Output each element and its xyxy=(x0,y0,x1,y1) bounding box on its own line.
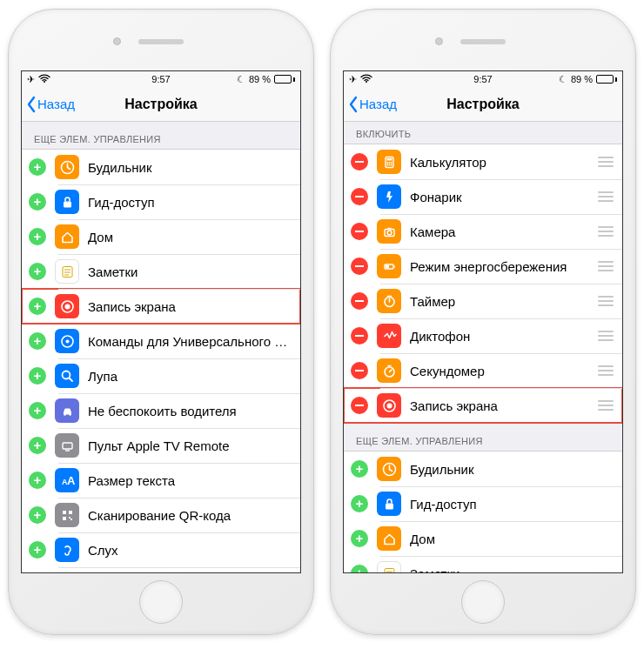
add-button[interactable] xyxy=(29,193,46,211)
control-row-text_size[interactable]: Размер текста xyxy=(22,463,300,498)
add-button[interactable] xyxy=(29,541,46,559)
control-row-calculator[interactable]: Калькулятор xyxy=(344,144,622,179)
drag-handle-icon[interactable] xyxy=(596,365,614,376)
camera-icon xyxy=(377,219,401,244)
control-row-guided[interactable]: Гид-доступ xyxy=(22,184,300,219)
control-row-flashlight[interactable]: Фонарик xyxy=(344,179,622,214)
row-label: Заметки xyxy=(88,264,292,279)
phone-camera xyxy=(435,37,443,45)
control-row-notes[interactable]: Заметки xyxy=(22,254,300,289)
drag-handle-icon[interactable] xyxy=(596,400,614,411)
home-button[interactable] xyxy=(139,580,183,624)
row-label: Лупа xyxy=(88,369,292,384)
timer-icon xyxy=(377,289,401,313)
status-time: 9:57 xyxy=(151,74,170,84)
phone-speaker xyxy=(460,39,506,44)
control-row-magnifier[interactable]: Лупа xyxy=(22,358,300,393)
list-more-right: БудильникГид-доступДомЗаметкиКоманды для… xyxy=(344,451,622,572)
dnd-moon-icon: ☾ xyxy=(559,74,567,85)
control-row-record[interactable]: Запись экрана xyxy=(344,388,622,423)
add-button[interactable] xyxy=(29,367,46,385)
chevron-left-icon xyxy=(25,96,37,113)
list-more-left: БудильникГид-доступДомЗаметкиЗапись экра… xyxy=(22,149,300,572)
control-row-stopwatch[interactable]: Секундомер xyxy=(344,353,622,388)
remove-button[interactable] xyxy=(351,327,368,345)
add-button[interactable] xyxy=(351,460,368,478)
add-button[interactable] xyxy=(29,332,46,350)
drag-handle-icon[interactable] xyxy=(596,261,614,271)
control-row-wallet[interactable]: Wallet xyxy=(22,567,300,572)
content-left[interactable]: ЕЩЕ ЭЛЕМ. УПРАВЛЕНИЯ БудильникГид-доступ… xyxy=(22,122,300,572)
back-button[interactable]: Назад xyxy=(347,96,397,113)
control-row-record[interactable]: Запись экрана xyxy=(22,289,300,324)
control-row-apple_tv[interactable]: Пульт Apple TV Remote xyxy=(22,428,300,463)
control-row-voice[interactable]: Диктофон xyxy=(344,318,622,353)
drag-handle-icon[interactable] xyxy=(596,157,614,167)
battery-icon xyxy=(274,75,295,84)
control-row-camera[interactable]: Камера xyxy=(344,214,622,249)
control-row-home[interactable]: Дом xyxy=(22,219,300,254)
control-row-guided[interactable]: Гид-доступ xyxy=(344,486,622,521)
add-button[interactable] xyxy=(29,298,46,315)
home-button[interactable] xyxy=(461,580,505,624)
row-label: Камера xyxy=(410,224,591,239)
drag-handle-icon[interactable] xyxy=(596,331,614,341)
control-row-hearing[interactable]: Слух xyxy=(22,532,300,567)
home-icon xyxy=(55,224,79,249)
add-button[interactable] xyxy=(351,565,368,572)
svg-point-46 xyxy=(366,81,367,83)
drag-handle-icon[interactable] xyxy=(596,191,614,202)
add-button[interactable] xyxy=(351,495,368,512)
add-button[interactable] xyxy=(29,437,46,454)
remove-button[interactable] xyxy=(351,258,368,275)
add-button[interactable] xyxy=(29,402,46,419)
control-row-home[interactable]: Дом xyxy=(344,521,622,556)
notes-icon xyxy=(377,561,401,572)
add-button[interactable] xyxy=(351,530,368,547)
remove-button[interactable] xyxy=(351,188,368,205)
back-button[interactable]: Назад xyxy=(25,96,75,113)
control-row-timer[interactable]: Таймер xyxy=(344,284,622,318)
guided-icon xyxy=(377,492,401,516)
wifi-icon xyxy=(38,74,50,84)
drag-handle-icon[interactable] xyxy=(596,296,614,306)
row-label: Секундомер xyxy=(410,364,591,378)
remove-button[interactable] xyxy=(351,153,368,171)
row-label: Будильник xyxy=(410,462,614,477)
control-row-shortcuts[interactable]: Команды для Универсального доступа xyxy=(22,324,300,358)
airplane-icon: ✈︎ xyxy=(349,74,357,85)
row-label: Гид-доступ xyxy=(410,497,614,512)
control-row-lowpower[interactable]: Режим энергосбережения xyxy=(344,249,622,284)
row-label: Будильник xyxy=(88,160,292,175)
battery-percent: 89 % xyxy=(571,74,593,84)
status-bar: ✈︎ 9:57 ☾ 89 % xyxy=(344,71,622,87)
remove-button[interactable] xyxy=(351,223,368,240)
control-row-alarm[interactable]: Будильник xyxy=(344,452,622,486)
control-row-dnd_drive[interactable]: Не беспокоить водителя xyxy=(22,393,300,428)
remove-button[interactable] xyxy=(351,362,368,379)
record-icon xyxy=(55,294,79,318)
add-button[interactable] xyxy=(29,228,46,245)
screen-left: ✈︎ 9:57 ☾ 89 % Назад Настройка ЕЩЕ ЭЛЕМ.… xyxy=(21,70,301,573)
row-label: Диктофон xyxy=(410,329,591,344)
row-label: Запись экрана xyxy=(410,398,591,413)
remove-button[interactable] xyxy=(351,292,368,310)
stopwatch-icon xyxy=(377,358,401,383)
add-button[interactable] xyxy=(29,263,46,280)
content-right[interactable]: ВКЛЮЧИТЬ КалькуляторФонарикКамераРежим э… xyxy=(344,122,622,572)
back-label: Назад xyxy=(359,97,397,111)
wifi-icon xyxy=(360,74,372,84)
notes-icon xyxy=(55,259,79,284)
add-button[interactable] xyxy=(29,472,46,489)
control-row-alarm[interactable]: Будильник xyxy=(22,150,300,184)
status-bar: ✈︎ 9:57 ☾ 89 % xyxy=(22,71,300,87)
drag-handle-icon[interactable] xyxy=(596,226,614,237)
row-label: Команды для Универсального доступа xyxy=(88,334,292,349)
nav-bar: Назад Настройка xyxy=(344,87,622,122)
control-row-qr[interactable]: Сканирование QR-кода xyxy=(22,498,300,532)
add-button[interactable] xyxy=(29,506,46,524)
add-button[interactable] xyxy=(29,158,46,176)
phone-right: ✈︎ 9:57 ☾ 89 % Назад Настройка ВКЛЮЧИТЬ … xyxy=(330,9,636,635)
control-row-notes[interactable]: Заметки xyxy=(344,556,622,572)
remove-button[interactable] xyxy=(351,397,368,414)
